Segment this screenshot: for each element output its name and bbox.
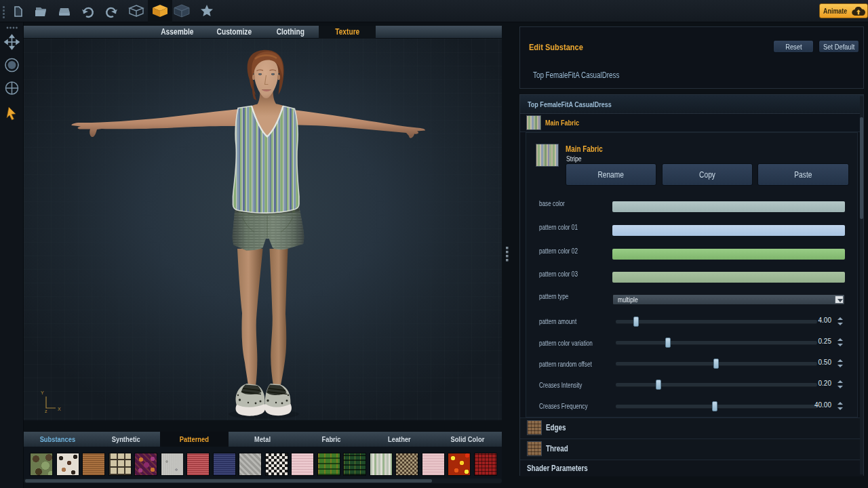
svg-text:Y: Y <box>41 390 44 395</box>
svg-text:z: z <box>45 409 47 413</box>
svg-text:X: X <box>58 407 61 411</box>
